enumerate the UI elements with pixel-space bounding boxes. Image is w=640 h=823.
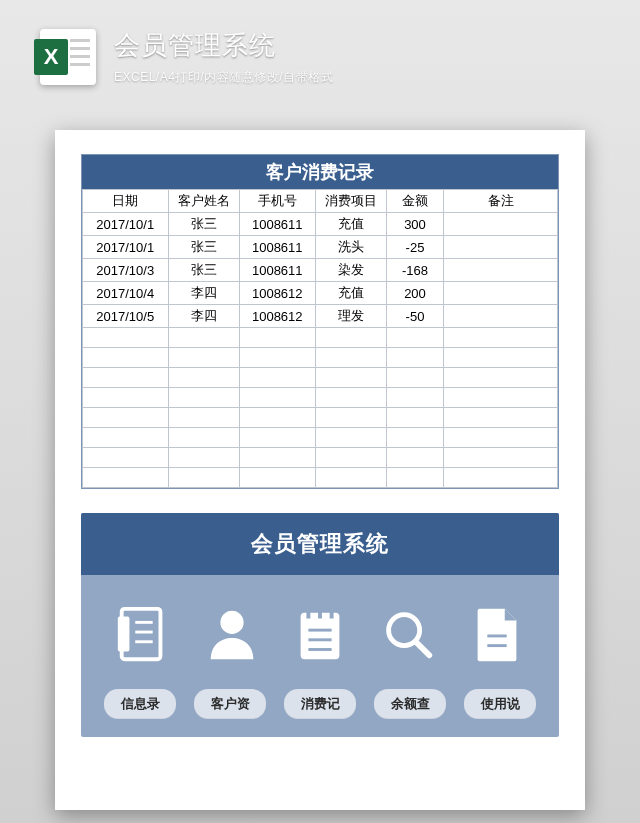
cell-item: 染发: [315, 259, 386, 282]
svg-rect-8: [318, 607, 322, 619]
page-title: 会员管理系统: [114, 28, 333, 63]
cell-note: [444, 259, 558, 282]
cell-note: [444, 236, 558, 259]
cell-note: [444, 282, 558, 305]
svg-rect-6: [301, 613, 340, 660]
cell-name: 张三: [168, 259, 239, 282]
table-row-empty: [83, 428, 558, 448]
table-row-empty: [83, 448, 558, 468]
table-row-empty: [83, 328, 558, 348]
panel-button-4[interactable]: 使用说: [464, 689, 536, 719]
column-header: 客户姓名: [168, 190, 239, 213]
cell-name: 李四: [168, 305, 239, 328]
cell-amount: -50: [387, 305, 444, 328]
table-row: 2017/10/5李四1008612理发-50: [83, 305, 558, 328]
cell-name: 张三: [168, 236, 239, 259]
file-icon[interactable]: [466, 603, 528, 669]
button-row: 信息录客户资消费记余额查使用说: [81, 689, 559, 719]
cell-date: 2017/10/4: [83, 282, 169, 305]
table-row: 2017/10/3张三1008611染发-168: [83, 259, 558, 282]
cell-item: 充值: [315, 282, 386, 305]
cell-phone: 1008611: [239, 259, 315, 282]
table-row: 2017/10/1张三1008611充值300: [83, 213, 558, 236]
panel-button-2[interactable]: 消费记: [284, 689, 356, 719]
cell-phone: 1008611: [239, 213, 315, 236]
table-row-empty: [83, 348, 558, 368]
cell-note: [444, 213, 558, 236]
person-icon[interactable]: [201, 603, 263, 669]
svg-rect-1: [118, 617, 130, 652]
document-page: 客户消费记录 日期客户姓名手机号消费项目金额备注 2017/10/1张三1008…: [55, 130, 585, 810]
table-row: 2017/10/4李四1008612充值200: [83, 282, 558, 305]
cell-item: 充值: [315, 213, 386, 236]
column-header: 备注: [444, 190, 558, 213]
magnifier-icon[interactable]: [377, 603, 439, 669]
records-table: 日期客户姓名手机号消费项目金额备注 2017/10/1张三1008611充值30…: [82, 189, 558, 488]
cell-item: 洗头: [315, 236, 386, 259]
cell-amount: 300: [387, 213, 444, 236]
column-header: 金额: [387, 190, 444, 213]
page-subtitle: EXCEL/A4打印/内容随意修改/自带格式: [114, 69, 333, 86]
cell-date: 2017/10/1: [83, 236, 169, 259]
cell-note: [444, 305, 558, 328]
table-row-empty: [83, 368, 558, 388]
excel-x-badge: X: [34, 39, 68, 75]
icon-row: [81, 575, 559, 689]
table-row-empty: [83, 408, 558, 428]
panel-title: 会员管理系统: [81, 513, 559, 575]
panel-button-3[interactable]: 余额查: [374, 689, 446, 719]
table-row: 2017/10/1张三1008611洗头-25: [83, 236, 558, 259]
cell-name: 李四: [168, 282, 239, 305]
panel-button-1[interactable]: 客户资: [194, 689, 266, 719]
cell-name: 张三: [168, 213, 239, 236]
column-header: 手机号: [239, 190, 315, 213]
app-header: X 会员管理系统 EXCEL/A4打印/内容随意修改/自带格式: [0, 0, 640, 86]
cell-date: 2017/10/3: [83, 259, 169, 282]
table-row-empty: [83, 468, 558, 488]
table-row-empty: [83, 388, 558, 408]
cell-phone: 1008611: [239, 236, 315, 259]
cell-date: 2017/10/1: [83, 213, 169, 236]
cell-amount: -25: [387, 236, 444, 259]
svg-point-5: [220, 611, 243, 634]
svg-rect-7: [306, 607, 310, 619]
table-title: 客户消费记录: [82, 155, 558, 189]
cell-amount: 200: [387, 282, 444, 305]
column-header: 消费项目: [315, 190, 386, 213]
svg-rect-9: [330, 607, 334, 619]
notepad-icon[interactable]: [289, 603, 351, 669]
column-header: 日期: [83, 190, 169, 213]
cell-amount: -168: [387, 259, 444, 282]
svg-line-14: [416, 642, 430, 656]
document-icon[interactable]: [112, 603, 174, 669]
system-panel: 会员管理系统 信息录客户资消费记余额查使用说: [81, 513, 559, 737]
cell-date: 2017/10/5: [83, 305, 169, 328]
panel-button-0[interactable]: 信息录: [104, 689, 176, 719]
cell-item: 理发: [315, 305, 386, 328]
cell-phone: 1008612: [239, 305, 315, 328]
cell-phone: 1008612: [239, 282, 315, 305]
excel-icon: X: [40, 29, 96, 85]
records-table-wrap: 客户消费记录 日期客户姓名手机号消费项目金额备注 2017/10/1张三1008…: [81, 154, 559, 489]
